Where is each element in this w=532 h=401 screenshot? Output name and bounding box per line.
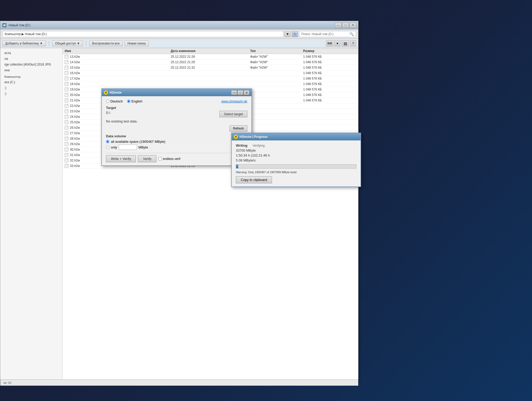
file-icon: 📄 <box>65 131 68 135</box>
sidebar-label: нна <box>4 68 10 72</box>
verify-button[interactable]: Verify <box>138 155 156 162</box>
share-button[interactable]: Общий доступ ▼ <box>52 41 83 46</box>
view-tiles-btn[interactable]: ⊞⊞ <box>326 40 333 47</box>
verifying-label: Verifying <box>253 144 265 147</box>
maximize-button[interactable]: □ <box>342 23 349 28</box>
mbyte-label: MByte <box>138 145 148 149</box>
all-space-radio[interactable] <box>106 140 109 143</box>
table-row[interactable]: 📄 17.h2w 1 048 576 КБ <box>63 76 358 81</box>
sidebar-item-nna[interactable]: нна <box>2 67 60 73</box>
toolbar-separator-2 <box>86 41 86 46</box>
search-box[interactable]: Поиск: Новый том (D:) 🔍 <box>299 31 356 37</box>
minimize-button[interactable]: — <box>335 23 342 28</box>
column-size[interactable]: Размер <box>303 49 356 53</box>
endless-verify-label: endless verif <box>163 157 180 161</box>
target-path: D:\ <box>106 111 110 115</box>
only-radio[interactable] <box>106 146 109 149</box>
close-button[interactable]: ✕ <box>349 23 356 28</box>
dialog-minimize-btn[interactable]: — <box>231 90 237 95</box>
file-icon: 📄 <box>65 159 68 162</box>
play-all-label: Воспроизвести все <box>92 42 120 45</box>
sidebar-label: иск (С:) <box>4 80 15 84</box>
table-row[interactable]: 📄 18.h2w 1 048 576 КБ <box>63 81 358 87</box>
sidebar: еста ла rge collection [4043шт] 2018 JPG… <box>0 48 63 379</box>
sidebar-item-la[interactable]: ла <box>2 56 60 62</box>
breadcrumb[interactable]: Компьютер ▶ Новый том (D:) <box>2 31 283 37</box>
file-icon: 📄 <box>65 93 68 97</box>
progress-titlebar: H H2testw | Progress <box>232 133 361 140</box>
progress-body: Writing Verifying 33700 MByte 1:50:34 h … <box>232 140 361 186</box>
speed-value: 5.08 MByte/s <box>236 158 356 162</box>
mbyte-input[interactable] <box>119 145 137 150</box>
all-space-option[interactable]: all available space (1905467 MByte) <box>106 140 247 144</box>
file-date-cell: 25.12.2022 21:29 <box>171 60 250 64</box>
sidebar-label: rge collection [4043шт] 2018 JPG <box>4 63 51 66</box>
h2testw-icon: H <box>104 90 108 95</box>
dialog-close-btn[interactable]: ✕ <box>244 90 249 95</box>
english-option[interactable]: English <box>127 99 143 103</box>
table-row[interactable]: 📄 14.h2w 25.12.2022 21:29 Файл "H2W" 1 0… <box>63 60 358 65</box>
data-volume-section: Data volume all available space (1905467… <box>106 134 247 150</box>
column-name[interactable]: Имя <box>65 49 171 53</box>
help-btn[interactable]: ? <box>350 40 356 47</box>
only-option[interactable]: only MByte <box>106 145 247 150</box>
add-library-button[interactable]: Добавить в библиотеку ▼ <box>2 41 46 46</box>
sidebar-item-e[interactable]: :) <box>2 91 60 96</box>
file-name-cell: 📄 16.h2w <box>65 71 171 75</box>
view-dropdown-btn[interactable]: ▼ <box>334 40 341 47</box>
file-icon: 📄 <box>65 137 68 140</box>
sidebar-item-esta[interactable]: еста <box>2 50 60 56</box>
table-row[interactable]: 📄 13.h2w 25.12.2022 21:26 Файл "H2W" 1 0… <box>63 54 358 60</box>
toolbar-separator-1 <box>49 41 49 46</box>
english-radio[interactable] <box>127 100 130 103</box>
copy-clipboard-button[interactable]: Copy to clipboard <box>236 176 272 183</box>
dropdown-btn[interactable]: ▼ <box>284 31 291 37</box>
sidebar-label: :) <box>4 92 6 95</box>
file-size-cell: 1 048 576 КБ <box>303 71 356 75</box>
column-type[interactable]: Тип <box>250 49 303 53</box>
write-verify-button[interactable]: Write + Verify <box>106 155 136 162</box>
column-date[interactable]: Дата изменения <box>171 49 250 53</box>
preview-pane-btn[interactable]: ▤ <box>342 40 349 47</box>
all-space-label: all available space (1905467 MByte) <box>111 140 165 144</box>
dialog-footer: Write + Verify Verify endless verif <box>106 153 247 162</box>
play-all-button[interactable]: Воспроизвести все <box>89 41 123 46</box>
status-bar: ов: 33 <box>0 379 358 386</box>
explorer-window: 📁 Новый том (D:) — □ ✕ Компьютер ▶ Новый… <box>0 21 358 380</box>
deutsch-radio[interactable] <box>106 100 109 103</box>
sidebar-label: еста <box>4 51 11 55</box>
website-link[interactable]: www.ctmagazin.de <box>221 100 247 103</box>
sidebar-section: Компьютер <box>2 73 60 79</box>
status-text: ов: 33 <box>3 381 11 384</box>
file-icon: 📄 <box>65 82 68 86</box>
sidebar-item-d[interactable]: :) <box>2 85 60 91</box>
refresh-row: Refresh <box>106 125 247 132</box>
file-name-cell: 📄 17.h2w <box>65 77 171 80</box>
file-type-cell: Файл "H2W" <box>250 60 303 64</box>
nav-btn[interactable]: ⟲ <box>292 31 298 37</box>
refresh-button[interactable]: Refresh <box>230 125 247 132</box>
desktop: 📁 Новый том (D:) — □ ✕ Компьютер ▶ Новый… <box>0 0 532 401</box>
file-name-cell: 📄 13.h2w <box>65 55 171 59</box>
file-name-text: 14.h2w <box>70 60 80 64</box>
table-row[interactable]: 📄 16.h2w 1 048 576 КБ <box>63 70 358 76</box>
select-target-button[interactable]: Select target <box>220 111 247 117</box>
language-radio-group: Deutsch English <box>106 99 142 103</box>
new-folder-label: Новая папка <box>128 42 146 45</box>
endless-verify-checkbox[interactable] <box>158 157 162 160</box>
h2testw-title: H2testw <box>110 91 122 94</box>
sidebar-item-collection[interactable]: rge collection [4043шт] 2018 JPG <box>2 62 60 67</box>
file-icon: 📄 <box>65 60 68 64</box>
dialog-restore-btn[interactable]: □ <box>237 90 243 95</box>
deutsch-option[interactable]: Deutsch <box>106 99 123 103</box>
file-icon: 📄 <box>65 71 68 75</box>
search-icon: 🔍 <box>349 32 354 36</box>
search-placeholder: Поиск: Новый том (D:) <box>301 32 334 36</box>
sidebar-item-c[interactable]: иск (С:) <box>2 79 60 85</box>
h2testw-titlebar: H H2testw — □ ✕ <box>102 89 251 96</box>
new-folder-button[interactable]: Новая папка <box>125 41 149 46</box>
table-row[interactable]: 📄 15.h2w 25.12.2022 21:32 Файл "H2W" 1 0… <box>63 65 358 70</box>
file-icon: 📄 <box>65 88 68 91</box>
deutsch-label: Deutsch <box>110 99 123 103</box>
breadcrumb-text: Компьютер ▶ Новый том (D:) <box>5 32 47 36</box>
